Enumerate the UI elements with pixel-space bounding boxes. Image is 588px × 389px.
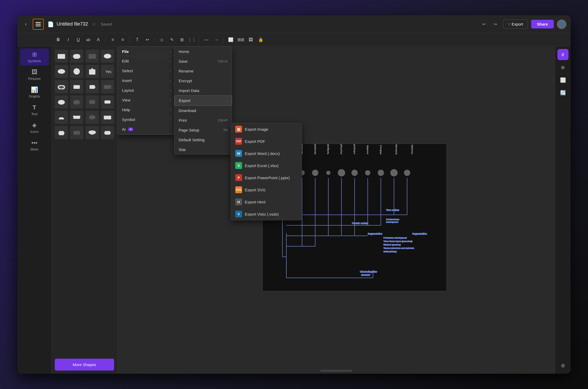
shape-item[interactable] <box>55 111 68 124</box>
file-star-item[interactable]: Star <box>174 145 232 154</box>
sidebar-item-pictures[interactable]: 🖼 Pictures <box>20 66 49 83</box>
waypoint-button[interactable]: ↩ <box>143 36 151 44</box>
shape-item[interactable] <box>70 95 83 109</box>
file-encrypt-item[interactable]: Encrypt <box>174 76 232 86</box>
export-excel-item[interactable]: X Export Excel (.xlsx) <box>231 159 302 172</box>
rp-history-button[interactable]: 🔄 <box>558 87 568 98</box>
shape-item[interactable] <box>70 126 83 139</box>
shape-item[interactable] <box>70 80 83 93</box>
line-style-button[interactable]: — <box>202 36 210 44</box>
file-defaultsetting-item[interactable]: Default Setting <box>174 135 232 145</box>
sidebar-item-more[interactable]: ••• More <box>20 137 49 154</box>
home-label: Home <box>179 49 189 54</box>
sidebar-item-text[interactable]: T Text <box>20 101 49 119</box>
menu-button[interactable] <box>33 19 44 30</box>
shape-item[interactable] <box>86 111 99 124</box>
file-pagesetup-item[interactable]: Page Setup F6 <box>174 125 232 135</box>
menu-edit-item[interactable]: Edit › <box>118 56 175 66</box>
symbol-label: Symbol <box>122 117 135 122</box>
menu-ai-item[interactable]: AI ✦ <box>118 124 175 134</box>
export-button[interactable]: ↑ Export <box>503 20 528 29</box>
bold-button[interactable]: B <box>54 36 62 44</box>
shape-item[interactable] <box>86 65 99 78</box>
svg-rect-17 <box>104 85 111 89</box>
shape-item[interactable] <box>101 95 114 109</box>
arrow-button[interactable]: → <box>212 36 220 44</box>
export-svg-item[interactable]: SVG Export SVG <box>231 184 302 196</box>
underline-button[interactable]: U <box>74 36 82 44</box>
export-word-item[interactable]: W Export Word (.docx) <box>231 147 302 159</box>
export-visio-item[interactable]: V Export Visio (.vsdx) <box>231 208 302 220</box>
shape-item[interactable] <box>86 126 99 139</box>
more-shapes-button[interactable]: More Shapes <box>55 359 114 371</box>
sidebar-text-label: Text <box>31 112 38 116</box>
text-format-button[interactable]: T <box>133 36 141 44</box>
shape-button[interactable]: ◇ <box>158 36 166 44</box>
strikethrough-button[interactable]: ab <box>84 36 92 44</box>
menu-help-item[interactable]: Help › <box>118 105 175 115</box>
shape-item[interactable] <box>55 65 68 78</box>
shapes-grid: Yes <box>52 46 117 356</box>
file-importdata-item[interactable]: Import Data <box>174 86 232 95</box>
file-rename-item[interactable]: Rename <box>174 66 232 76</box>
menu-file-category[interactable]: File › <box>118 47 175 56</box>
undo-button[interactable]: ↩ <box>479 20 489 29</box>
container-button[interactable]: ⬜ <box>227 36 235 44</box>
export-pdf-label: Export PDF <box>245 139 265 144</box>
group-button[interactable]: ⊞⊞ <box>237 36 245 44</box>
back-button[interactable]: ‹ <box>22 20 30 28</box>
shape-item[interactable] <box>70 65 83 78</box>
lock-button[interactable]: 🔒 <box>257 36 265 44</box>
sidebar-item-symbols[interactable]: ⊞ Symbols <box>20 48 49 66</box>
pencil-button[interactable]: ✎ <box>168 36 176 44</box>
shape-item[interactable] <box>101 80 114 93</box>
file-download-item[interactable]: Download <box>174 106 232 115</box>
shape-item[interactable] <box>70 111 83 124</box>
table-button[interactable]: ⊞ <box>178 36 186 44</box>
shape-item[interactable] <box>86 95 99 109</box>
shape-item[interactable] <box>55 50 68 63</box>
shape-item[interactable] <box>86 80 99 93</box>
line-spacing-button[interactable]: ≡ <box>119 36 127 44</box>
shape-item[interactable] <box>55 126 68 139</box>
export-image-item[interactable]: ▤ Export Image <box>231 123 302 135</box>
file-print-item[interactable]: Print Ctrl+P <box>174 115 232 125</box>
share-button[interactable]: Share <box>531 20 554 28</box>
rp-frame-button[interactable]: ⬜ <box>558 75 568 85</box>
sidebar-item-icons[interactable]: ◈ Icons <box>20 119 49 136</box>
star-icon[interactable]: ☆ <box>92 21 96 27</box>
export-pptx-item[interactable]: P Export PowerPoint (.pptx) <box>231 172 302 184</box>
italic-button[interactable]: I <box>64 36 72 44</box>
menu-select-item[interactable]: Select › <box>118 66 175 76</box>
horizontal-scrollbar[interactable] <box>320 370 352 372</box>
shape-item[interactable]: Yes <box>101 65 114 78</box>
shape-item[interactable] <box>86 50 99 63</box>
shape-item[interactable] <box>101 126 114 139</box>
menu-view-item[interactable]: View › <box>118 95 175 105</box>
export-pdf-item[interactable]: PDF Export PDF <box>231 135 302 147</box>
file-home-item[interactable]: Home <box>174 47 232 56</box>
export-html-item[interactable]: H Export Html <box>231 196 302 208</box>
image-button[interactable]: 🖼 <box>247 36 255 44</box>
align-button[interactable]: ≡ <box>109 36 117 44</box>
file-export-item[interactable]: Export › <box>174 95 232 106</box>
file-menu-header: File <box>122 49 129 54</box>
shape-item[interactable] <box>55 95 68 109</box>
font-color-button[interactable]: A <box>94 36 102 44</box>
canvas-area[interactable]: Platyhelminthes Nematoda Nematoda Tardig… <box>117 46 555 374</box>
shape-item[interactable] <box>55 80 68 93</box>
shape-item[interactable] <box>101 50 114 63</box>
shape-item[interactable] <box>70 50 83 63</box>
avatar[interactable]: 👤 <box>557 20 566 29</box>
rp-shapes-button[interactable]: ⊕ <box>558 62 568 73</box>
active-panel-indicator[interactable]: // <box>557 49 569 60</box>
menu-layout-item[interactable]: Layout › <box>118 85 175 95</box>
menu-symbol-item[interactable]: Symbol › <box>118 115 175 124</box>
grid-button[interactable]: ⋮⋮ <box>188 36 196 44</box>
file-save-item[interactable]: Save Ctrl+S <box>174 56 232 66</box>
redo-button[interactable]: ↪ <box>490 20 500 29</box>
sidebar-item-graphs[interactable]: 📊 Graphs <box>20 84 49 101</box>
rp-settings-button[interactable]: ⚙ <box>558 361 568 371</box>
menu-insert-item[interactable]: Insert › <box>118 76 175 85</box>
shape-item[interactable] <box>101 111 114 124</box>
